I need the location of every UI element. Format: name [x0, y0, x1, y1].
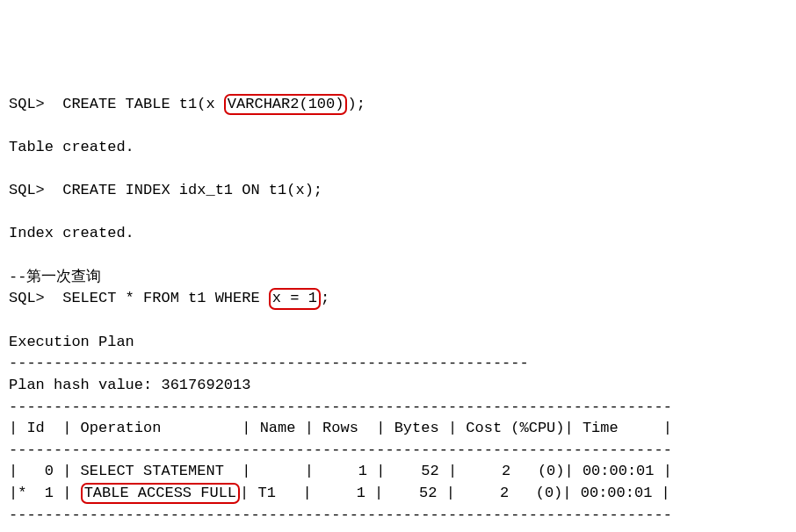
sql-create-table-suffix: );: [347, 96, 365, 112]
heading-execution-plan: Execution Plan: [9, 334, 134, 350]
highlight-table-access-full: TABLE ACCESS FULL: [81, 483, 240, 504]
plan-hash-value: Plan hash value: 3617692013: [9, 377, 250, 393]
sql-create-table-prefix: SQL> CREATE TABLE t1(x: [9, 96, 224, 112]
msg-index-created: Index created.: [9, 225, 134, 241]
msg-table-created: Table created.: [9, 139, 134, 155]
plan-border: ----------------------------------------…: [9, 442, 672, 458]
sql-create-index: SQL> CREATE INDEX idx_t1 ON t1(x);: [9, 182, 322, 198]
divider: ----------------------------------------…: [9, 355, 529, 371]
highlight-varchar2: VARCHAR2(100): [224, 94, 348, 115]
plan-row-1-prefix: |* 1 |: [9, 485, 81, 501]
plan-border: ----------------------------------------…: [9, 399, 672, 415]
plan-header-row: | Id | Operation | Name | Rows | Bytes |…: [9, 420, 672, 436]
sql-select-prefix: SQL> SELECT * FROM t1 WHERE: [9, 290, 269, 306]
plan-border: ----------------------------------------…: [9, 507, 672, 523]
highlight-where-x-eq-1: x = 1: [269, 288, 321, 309]
plan-row-1-suffix: | T1 | 1 | 52 | 2 (0)| 00:00:01 |: [240, 485, 670, 501]
plan-row-0: | 0 | SELECT STATEMENT | | 1 | 52 | 2 (0…: [9, 463, 672, 479]
comment-first-query: --第一次查询: [9, 269, 101, 285]
sql-select-suffix: ;: [321, 290, 329, 306]
